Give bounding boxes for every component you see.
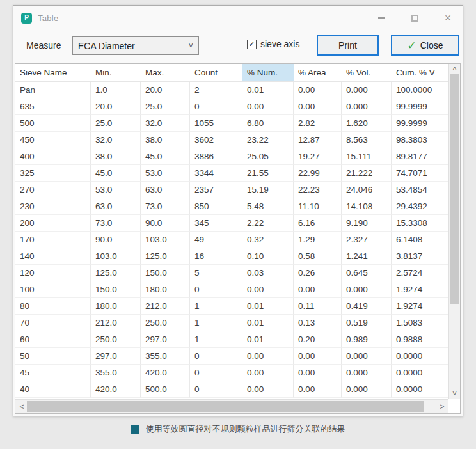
table-cell: 40 — [15, 381, 91, 398]
horizontal-scroll-thumb[interactable] — [27, 401, 424, 412]
table-cell: 0 — [190, 365, 242, 381]
table-cell: 250.0 — [91, 331, 141, 348]
column-header-pct-vol[interactable]: % Vol. — [342, 64, 392, 82]
table-row[interactable]: 200 73.0 90.0 345 2.22 6.16 9.190 15.330… — [15, 215, 448, 232]
close-dialog-button[interactable]: ✓ Close — [391, 35, 459, 56]
table-cell: 1.5083 — [392, 315, 448, 331]
column-header-pct-num[interactable]: % Num. — [242, 64, 294, 82]
table-cell: 0.01 — [242, 298, 294, 315]
column-header-pct-area[interactable]: % Area — [294, 64, 342, 82]
window-title: Table — [38, 13, 59, 23]
table-row[interactable]: 170 90.0 103.0 49 0.32 1.29 2.327 6.1408 — [15, 232, 448, 248]
table-cell: 20.0 — [141, 82, 190, 98]
column-header-min[interactable]: Min. — [91, 64, 141, 82]
vertical-scroll-thumb[interactable] — [450, 74, 459, 304]
table-cell: 355.0 — [141, 348, 190, 365]
caption-marker-icon — [131, 425, 139, 434]
table-row[interactable]: 230 63.0 73.0 850 5.48 11.10 14.108 29.4… — [15, 198, 448, 215]
chevron-down-icon: ˅ — [188, 41, 193, 51]
table-row[interactable]: 80 180.0 212.0 1 0.01 0.11 0.419 1.9274 — [15, 298, 448, 315]
print-button[interactable]: Print — [317, 35, 379, 56]
table-cell: 0.00 — [294, 281, 342, 298]
maximize-icon — [411, 15, 418, 22]
table-cell: 2.327 — [342, 232, 392, 248]
table-cell: 14.108 — [342, 198, 392, 215]
table-row[interactable]: Pan 1.0 20.0 2 0.01 0.00 0.000 100.0000 — [15, 82, 448, 98]
measure-dropdown[interactable]: ECA Diameter ˅ — [72, 36, 199, 55]
table-cell: 49 — [190, 232, 242, 248]
table-cell: 0.000 — [342, 365, 392, 381]
table-row[interactable]: 100 150.0 180.0 0 0.00 0.00 0.000 1.9274 — [15, 281, 448, 298]
table-cell: 25.05 — [242, 148, 294, 165]
maximize-button[interactable] — [409, 12, 420, 24]
table-cell: 0.000 — [342, 381, 392, 398]
horizontal-scrollbar[interactable]: ˂ ˃ — [15, 399, 448, 413]
column-header-sieve-name[interactable]: Sieve Name — [15, 64, 91, 82]
table-cell: 21.55 — [242, 165, 294, 182]
vertical-scrollbar[interactable]: ˄ ˅ — [448, 64, 460, 399]
table-cell: 98.3803 — [392, 132, 448, 148]
table-row[interactable]: 70 212.0 250.0 1 0.01 0.13 0.519 1.5083 — [15, 315, 448, 331]
table-row[interactable]: 45 355.0 420.0 0 0.00 0.00 0.000 0.0000 — [15, 365, 448, 381]
table-cell: 6.1408 — [392, 232, 448, 248]
table-cell: 0.000 — [342, 82, 392, 98]
table-row[interactable]: 40 420.0 500.0 0 0.00 0.00 0.000 0.0000 — [15, 381, 448, 398]
minimize-button[interactable] — [376, 12, 387, 24]
table-cell: 250.0 — [141, 315, 190, 331]
table-cell: 170 — [15, 232, 91, 248]
table-cell: 50 — [15, 348, 91, 365]
table-cell: 0.0000 — [392, 381, 448, 398]
table-cell: 32.0 — [141, 115, 190, 132]
table-cell: 11.10 — [294, 198, 342, 215]
scroll-up-icon[interactable]: ˄ — [449, 64, 460, 74]
table-cell: 3602 — [190, 132, 242, 148]
table-cell: 12.87 — [294, 132, 342, 148]
scroll-down-icon[interactable]: ˅ — [449, 389, 460, 399]
table-cell: 180.0 — [91, 298, 141, 315]
green-check-icon: ✓ — [407, 40, 416, 51]
sieve-axis-label: sieve axis — [260, 39, 299, 49]
table-cell: 19.27 — [294, 148, 342, 165]
sieve-axis-checkbox[interactable]: ✓ sieve axis — [247, 39, 299, 49]
table-cell: 6.80 — [242, 115, 294, 132]
table-row[interactable]: 120 125.0 150.0 5 0.03 0.26 0.645 2.5724 — [15, 265, 448, 281]
table-cell: 38.0 — [91, 148, 141, 165]
table-cell: 0.58 — [294, 248, 342, 265]
column-header-count[interactable]: Count — [190, 64, 242, 82]
table-row[interactable]: 50 297.0 355.0 0 0.00 0.00 0.000 0.0000 — [15, 348, 448, 365]
table-cell: 635 — [15, 98, 91, 115]
table-row[interactable]: 450 32.0 38.0 3602 23.22 12.87 8.563 98.… — [15, 132, 448, 148]
table-row[interactable]: 270 53.0 63.0 2357 15.19 22.23 24.046 53… — [15, 182, 448, 198]
table-cell: 80 — [15, 298, 91, 315]
page: P Table × Measure ECA Diameter ˅ — [0, 0, 476, 449]
table-cell: 0 — [190, 381, 242, 398]
table-row[interactable]: 60 250.0 297.0 1 0.01 0.20 0.989 0.9888 — [15, 331, 448, 348]
table-cell: 212.0 — [141, 298, 190, 315]
table-cell: 270 — [15, 182, 91, 198]
table-row[interactable]: 400 38.0 45.0 3886 25.05 19.27 15.111 89… — [15, 148, 448, 165]
table-cell: 3.8137 — [392, 248, 448, 265]
window-close-button[interactable]: × — [442, 12, 454, 24]
table-scroll-area: Sieve Name Min. Max. Count % Num. % Area… — [15, 64, 448, 399]
table-row[interactable]: 325 45.0 53.0 3344 21.55 22.99 21.222 74… — [15, 165, 448, 182]
table-row[interactable]: 140 103.0 125.0 16 0.10 0.58 1.241 3.813… — [15, 248, 448, 265]
table-cell: 0.01 — [242, 315, 294, 331]
table-cell: 74.7071 — [392, 165, 448, 182]
checkmark-icon: ✓ — [248, 40, 255, 48]
titlebar[interactable]: P Table × — [13, 6, 463, 30]
table-cell: 1.9274 — [392, 298, 448, 315]
scroll-left-icon[interactable]: ˂ — [17, 400, 27, 413]
column-header-max[interactable]: Max. — [141, 64, 190, 82]
table-cell: 0.00 — [294, 98, 342, 115]
table-cell: 70 — [15, 315, 91, 331]
table-row[interactable]: 500 25.0 32.0 1055 6.80 2.82 1.620 99.99… — [15, 115, 448, 132]
table-cell: 103.0 — [141, 232, 190, 248]
table-cell: 150.0 — [141, 265, 190, 281]
close-dialog-label: Close — [420, 40, 443, 51]
scroll-right-icon[interactable]: ˃ — [437, 400, 447, 413]
checkbox-box: ✓ — [247, 40, 257, 49]
table-row[interactable]: 635 20.0 25.0 0 0.00 0.00 0.000 99.9999 — [15, 98, 448, 115]
table-cell: 0.00 — [294, 381, 342, 398]
table-cell: 1.9274 — [392, 281, 448, 298]
column-header-cum-pct-vol[interactable]: Cum. % V — [392, 64, 448, 82]
